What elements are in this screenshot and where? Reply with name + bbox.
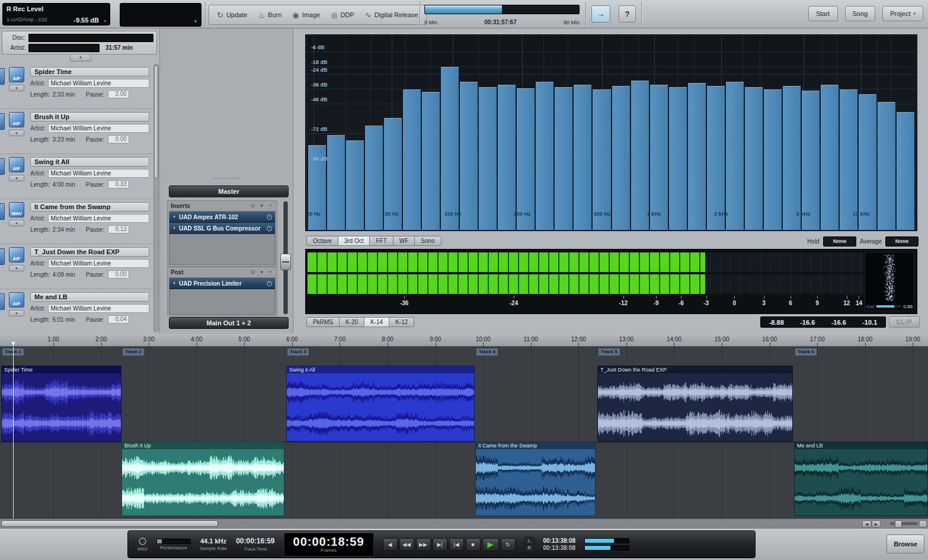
pause-field[interactable]: 0.13	[108, 225, 129, 233]
horizontal-scrollbar[interactable]: ◀ ▶	[0, 519, 928, 528]
artist-field[interactable]: Michael William Levine	[48, 124, 149, 133]
master-fader[interactable]	[280, 201, 291, 314]
main-output-button[interactable]: Main Out 1 + 2	[169, 317, 289, 329]
return-to-start-button[interactable]: |◀	[449, 538, 464, 551]
meter-mode-button-k-20[interactable]: K-20	[339, 317, 364, 327]
expand-icon[interactable]: ▼	[172, 226, 176, 230]
audio-clip[interactable]: Spider Time	[1, 366, 121, 441]
panel-grip[interactable]	[213, 178, 239, 179]
disc-panel-collapse-tab[interactable]: ▼	[70, 55, 91, 62]
disc-progress-bar[interactable]	[424, 5, 580, 14]
power-icon[interactable]	[267, 281, 272, 286]
track-list-item[interactable]: WAV▼It Came from the SwampArtist:Michael…	[0, 199, 153, 244]
chevron-down-icon[interactable]: ▾	[258, 203, 265, 209]
audio-clip[interactable]: Brush it Up	[121, 441, 284, 516]
expand-icon[interactable]: ▼	[172, 215, 176, 219]
track-title-field[interactable]: It Came from the Swamp	[30, 202, 149, 212]
master-channel-header[interactable]: Master	[169, 185, 289, 197]
track-title-field[interactable]: Brush it Up	[30, 112, 149, 121]
help-button[interactable]: ?	[619, 5, 636, 23]
track-list-item[interactable]: AIF▼Me and LBArtist:Michael William Levi…	[0, 289, 153, 334]
playhead-marker[interactable]	[11, 342, 15, 346]
track-list-item[interactable]: AIF▼T_Just Down the Road EXPArtist:Micha…	[0, 244, 153, 289]
autoscroll-button[interactable]: →	[591, 5, 610, 23]
stop-button[interactable]: ■	[466, 538, 481, 551]
rec-level-display[interactable]: R Rec Level 1-UADAmp..-102 -9.55 dB ▾	[2, 3, 110, 25]
expand-icon[interactable]: ▼	[172, 281, 176, 285]
mode-button-octave[interactable]: Octave	[306, 236, 338, 246]
pause-field[interactable]: 0.00	[108, 135, 129, 143]
disc-artist-field[interactable]	[28, 44, 100, 52]
track-title-field[interactable]: Swing it All	[30, 157, 149, 167]
chevron-down-icon[interactable]: ▾	[104, 19, 106, 23]
fast-forward-button[interactable]: ▶▶	[416, 538, 431, 551]
artist-field[interactable]: Michael William Levine	[48, 169, 149, 178]
time-ruler[interactable]: 1:002:003:004:005:006:007:008:009:0010:0…	[0, 334, 928, 347]
loop-button[interactable]: ↻	[501, 538, 516, 551]
meter-mode-button-k-12[interactable]: K-12	[389, 317, 414, 327]
artist-field[interactable]: Michael William Levine	[48, 259, 149, 268]
zoom-preset-button[interactable]	[919, 520, 927, 527]
mode-button-wf[interactable]: WF	[393, 236, 415, 246]
track-flag[interactable]: Track 2	[123, 348, 144, 356]
scroll-right-button[interactable]: ▶	[872, 520, 881, 527]
fader-thumb[interactable]	[280, 254, 291, 270]
track-lanes[interactable]: Track 1Spider TimeTrack 2Brush it UpTrac…	[0, 347, 928, 519]
play-button[interactable]: ▶	[482, 538, 499, 551]
browse-button[interactable]: Browse	[887, 535, 924, 553]
power-icon[interactable]	[267, 226, 272, 231]
track-flag[interactable]: Track 5	[599, 348, 620, 356]
pause-field[interactable]: 2.00	[108, 90, 129, 98]
scrollbar-thumb[interactable]	[1, 520, 218, 527]
zoom-slider[interactable]	[890, 522, 917, 525]
prev-marker-button[interactable]: ◀	[383, 538, 398, 551]
track-item-dropdown-button[interactable]: ▼	[9, 220, 24, 226]
track-title-field[interactable]: Spider Time	[30, 67, 149, 76]
track-flag[interactable]: Track 4	[476, 348, 498, 356]
digital-release-button[interactable]: ∿Digital Release	[360, 5, 424, 24]
image-button[interactable]: ◉Image	[287, 5, 325, 24]
power-icon[interactable]	[267, 215, 272, 220]
meter-mode-button-k-14[interactable]: K-14	[364, 317, 389, 327]
start-button[interactable]: Start	[808, 6, 838, 21]
performance-meter[interactable]: Performance	[156, 539, 191, 551]
main-time-display[interactable]: 00:00:18:59 Frames	[284, 533, 374, 556]
pause-field[interactable]: 0.33	[108, 180, 129, 188]
device-preset-dropdown[interactable]: ▼	[120, 3, 201, 27]
burn-button[interactable]: ♨Burn	[252, 5, 287, 24]
mode-button-fft[interactable]: FFT	[369, 236, 393, 246]
pause-field[interactable]: 0.00	[108, 270, 129, 279]
track-list-scrollbar[interactable]	[153, 64, 159, 332]
average-value-button[interactable]: None	[885, 236, 919, 247]
ddp-button[interactable]: ◎DDP	[325, 5, 360, 24]
power-icon[interactable]: ⊙	[249, 269, 256, 275]
update-button[interactable]: ↻Update	[212, 5, 252, 24]
track-list-item[interactable]: AIF▼Spider TimeArtist:Michael William Le…	[0, 64, 153, 109]
track-flag[interactable]: Track 3	[287, 348, 309, 356]
power-icon[interactable]: ⊙	[249, 203, 256, 209]
chevron-down-icon[interactable]: ▾	[258, 269, 265, 275]
track-item-dropdown-button[interactable]: ▼	[9, 130, 24, 136]
rewind-button[interactable]: ◀◀	[399, 538, 414, 551]
artist-field[interactable]: Michael William Levine	[48, 79, 149, 88]
meter-mode-button-pkrms[interactable]: PkRMS	[306, 317, 340, 327]
hold-value-button[interactable]: None	[823, 236, 856, 247]
add-insert-icon[interactable]: +	[267, 269, 274, 275]
audio-clip[interactable]: Swing it All	[286, 366, 475, 441]
disc-name-field[interactable]	[28, 34, 153, 42]
plugin-slot[interactable]: ▼UAD Ampex ATR-102	[169, 212, 275, 223]
track-flag[interactable]: Track 6	[795, 348, 817, 356]
project-button[interactable]: Project▾	[882, 6, 923, 21]
track-item-dropdown-button[interactable]: ▼	[9, 310, 24, 316]
next-marker-button[interactable]: ▶|	[433, 538, 447, 551]
zoom-slider-thumb[interactable]	[895, 520, 902, 528]
scroll-left-button[interactable]: ◀	[862, 520, 871, 527]
track-title-field[interactable]: Me and LB	[30, 292, 149, 302]
artist-field[interactable]: Michael William Levine	[48, 214, 149, 223]
track-title-field[interactable]: T_Just Down the Road EXP	[30, 247, 149, 257]
mode-button-3rd-oct[interactable]: 3rd Oct	[338, 236, 370, 246]
audio-clip[interactable]: T_Just Down the Road EXP	[597, 366, 793, 441]
audio-clip[interactable]: it Came from the Swamp	[475, 441, 596, 516]
clip-indicator-button[interactable]: CLIP	[889, 316, 920, 328]
track-item-dropdown-button[interactable]: ▼	[9, 85, 24, 91]
